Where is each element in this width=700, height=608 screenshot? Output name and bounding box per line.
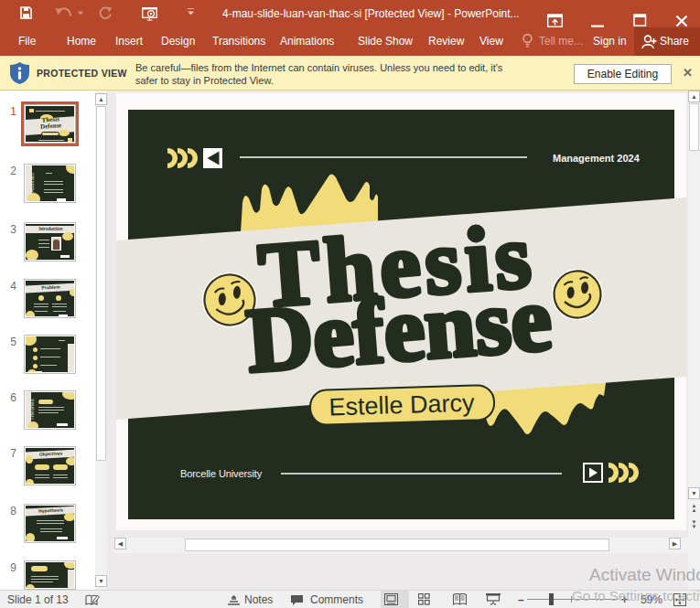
svg-text:Management 2024: Management 2024	[553, 153, 641, 164]
svg-text:Estelle Darcy: Estelle Darcy	[328, 389, 475, 421]
svg-text:Borcelle University: Borcelle University	[180, 468, 263, 479]
